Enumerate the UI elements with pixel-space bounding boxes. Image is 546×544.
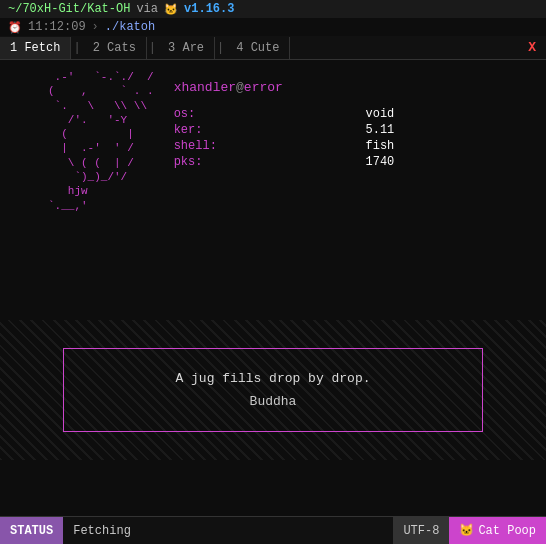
dot-area: A jug fills drop by drop. Buddha [0, 320, 546, 460]
cat-poop-button[interactable]: 🐱 Cat Poop [449, 517, 546, 544]
ker-val: 5.11 [366, 123, 531, 137]
cat-label: Cat Poop [478, 524, 536, 538]
tab-3-are[interactable]: 3 Are [158, 37, 215, 59]
separator-1: | [71, 37, 82, 59]
top-bar: ~/70xH-Git/Kat-OH via 🐱 v1.16.3 [0, 0, 546, 18]
hostname: error [244, 80, 283, 95]
tab-bar: 1 Fetch | 2 Cats | 3 Are | 4 Cute X [0, 36, 546, 60]
os-val: void [366, 107, 531, 121]
tab-2-cats[interactable]: 2 Cats [83, 37, 147, 59]
status-bar: STATUS Fetching UTF-8 🐱 Cat Poop [0, 516, 546, 544]
username-display: xhandler@error [174, 80, 531, 95]
clock-icon: ⏰ [8, 21, 22, 34]
status-text: Fetching [63, 524, 393, 538]
info-panel: xhandler@error os: void ker: 5.11 shell:… [174, 70, 531, 310]
status-right: UTF-8 🐱 Cat Poop [393, 517, 546, 544]
status-label: STATUS [0, 517, 63, 544]
info-table: os: void ker: 5.11 shell: fish pks: 1740 [174, 107, 531, 169]
separator-3: | [215, 37, 226, 59]
pks-key: pks: [174, 155, 354, 169]
at-symbol: @ [236, 80, 244, 95]
command-label: ./katoh [105, 20, 155, 34]
shell-key: shell: [174, 139, 354, 153]
username: xhandler [174, 80, 236, 95]
via-label: via [136, 2, 158, 16]
ascii-art: .-' `-.`./ / ( , ` . . `. \ \\ \\ /'. '-… [15, 70, 154, 310]
encoding-label: UTF-8 [393, 517, 449, 544]
command-bar: ⏰ 11:12:09 › ./katoh [0, 18, 546, 36]
cat-icon: 🐱 [459, 523, 474, 538]
pks-val: 1740 [366, 155, 531, 169]
os-key: os: [174, 107, 354, 121]
tab-1-fetch[interactable]: 1 Fetch [0, 37, 71, 59]
quote-text: A jug fills drop by drop. [94, 367, 452, 390]
close-button[interactable]: X [518, 36, 546, 59]
version-label: v1.16.3 [184, 2, 234, 16]
tab-4-cute[interactable]: 4 Cute [226, 37, 290, 59]
separator-2: | [147, 37, 158, 59]
quote-box: A jug fills drop by drop. Buddha [63, 348, 483, 433]
main-content: .-' `-.`./ / ( , ` . . `. \ \\ \\ /'. '-… [0, 60, 546, 320]
prompt-arrow: › [92, 20, 99, 34]
ker-key: ker: [174, 123, 354, 137]
animal-icon: 🐱 [164, 3, 178, 16]
path-label: ~/70xH-Git/Kat-OH [8, 2, 130, 16]
time-label: 11:12:09 [28, 20, 86, 34]
quote-author: Buddha [94, 390, 452, 413]
shell-val: fish [366, 139, 531, 153]
